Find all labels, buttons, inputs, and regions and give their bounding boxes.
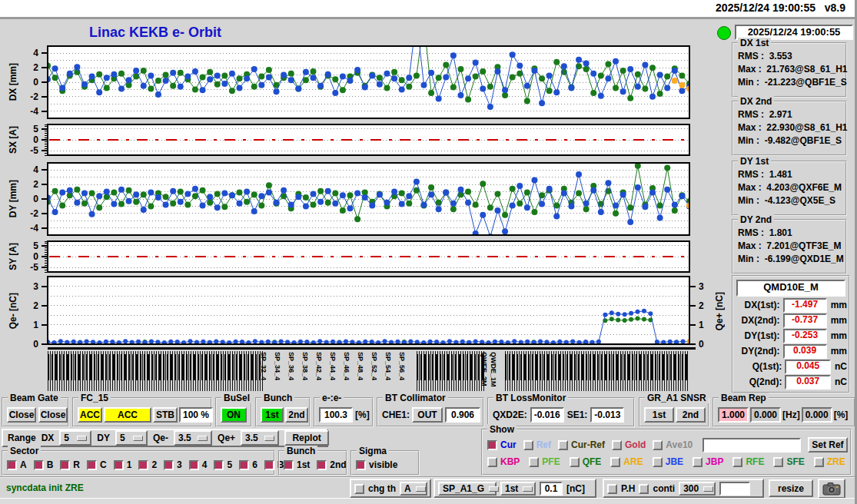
sector-3-checkbox[interactable] bbox=[164, 460, 174, 470]
fc15-acc-button-1[interactable]: ACC bbox=[78, 407, 102, 423]
show-toggle-qfe-checkbox[interactable] bbox=[570, 457, 580, 467]
application-window: 2025/12/24 19:00:55 v8.9 Linac KEKB e- O… bbox=[0, 0, 857, 504]
show-toggle-sfe-checkbox[interactable] bbox=[773, 457, 783, 467]
show-toggle-are-checkbox[interactable] bbox=[610, 457, 620, 467]
count-dropdown[interactable]: 300 bbox=[679, 482, 716, 496]
beam-rep-hz-label: [Hz] bbox=[782, 410, 800, 420]
threshold-field[interactable]: 0.1 bbox=[540, 482, 563, 496]
bunch-2nd-button[interactable]: 2nd bbox=[285, 407, 308, 423]
show-toggle-sfe-label: SFE bbox=[786, 456, 804, 467]
show-toggle-ref-checkbox[interactable] bbox=[523, 440, 533, 450]
sp-bunch-dropdown[interactable]: 1st bbox=[500, 482, 536, 496]
bunch-group: Bunch 1st 2nd bbox=[255, 397, 311, 427]
sector-2-checkbox[interactable] bbox=[138, 460, 148, 470]
beam-gate-close-button-2[interactable]: Close bbox=[38, 407, 68, 423]
monitor-value-field: -1.497 bbox=[783, 298, 827, 313]
conti-checkbox[interactable] bbox=[639, 484, 649, 494]
gr-a1-2nd-button[interactable]: 2nd bbox=[676, 407, 706, 423]
status-indicator bbox=[717, 26, 731, 40]
resize-button[interactable]: resize bbox=[769, 479, 813, 497]
stat-rms: RMS : 1.801 bbox=[738, 227, 845, 238]
sector-r-checkbox[interactable] bbox=[60, 460, 70, 470]
stats-group-dx-2nd: DX 2ndRMS : 2.971Max : 22.930@S8_61_H1Mi… bbox=[732, 101, 847, 156]
gr-a1-1st-button[interactable]: 1st bbox=[644, 407, 674, 423]
busel-on-button[interactable]: ON bbox=[221, 407, 247, 423]
range-dx-dropdown[interactable]: 5 bbox=[59, 430, 91, 446]
bunch-sel-2nd-checkbox[interactable] bbox=[317, 460, 327, 470]
sector-c-checkbox[interactable] bbox=[87, 460, 97, 470]
show-toggle-pfe-checkbox[interactable] bbox=[529, 457, 539, 467]
svg-text:5: 5 bbox=[33, 124, 38, 134]
beam-gate-close-button-1[interactable]: Close bbox=[7, 407, 36, 423]
svg-text:0: 0 bbox=[33, 77, 38, 88]
range-dy-dropdown[interactable]: 5 bbox=[115, 430, 148, 446]
set-ref-button[interactable]: Set Ref bbox=[808, 437, 847, 453]
fc15-percent-field[interactable]: 100 % bbox=[179, 407, 213, 423]
chg-th-dropdown[interactable]: A bbox=[400, 482, 427, 496]
sector-5-label: 5 bbox=[227, 459, 232, 470]
bpm-label: QWFE_2M bbox=[480, 352, 488, 386]
dense-bpm-labels-overlay bbox=[505, 354, 689, 380]
sector-a-checkbox[interactable] bbox=[7, 460, 17, 470]
range-qem-dropdown[interactable]: 3.5 bbox=[174, 430, 212, 446]
bunch-sel-1st-checkbox[interactable] bbox=[284, 460, 294, 470]
sector-b-label: B bbox=[47, 459, 54, 470]
bpm-label: SP_38_4 bbox=[301, 352, 309, 380]
range-panel: Range DX 5 DY 5 Qe- 3.5 Qe+ 3.5 Replot bbox=[2, 429, 328, 447]
bunch-sel-2nd-label: 2nd bbox=[330, 459, 346, 470]
qe-right-axis-label: Qe+ [nC] bbox=[713, 275, 726, 347]
threshold-unit: [nC] bbox=[566, 483, 585, 494]
show-toggle-jbe-checkbox[interactable] bbox=[653, 457, 663, 467]
show-toggle-zre-checkbox[interactable] bbox=[814, 457, 824, 467]
ee-ratio-field[interactable]: 100.3 bbox=[319, 407, 353, 423]
sector-b-checkbox[interactable] bbox=[34, 460, 44, 470]
svg-text:1: 1 bbox=[33, 320, 38, 330]
sp-monitor-dropdown[interactable]: SP_A1_G bbox=[438, 482, 497, 496]
sp-select-panel: SP_A1_G 1st 0.1 [nC] bbox=[433, 479, 596, 498]
dense-bpm-labels-overlay bbox=[48, 354, 263, 380]
show-toggle-jbp-checkbox[interactable] bbox=[693, 457, 703, 467]
bpm-label: SP_34_4 bbox=[274, 352, 281, 380]
extra-field[interactable] bbox=[719, 482, 750, 496]
che1-out-button[interactable]: OUT bbox=[412, 407, 443, 423]
show-toggle-ave10-checkbox[interactable] bbox=[653, 440, 663, 450]
conti-label: conti bbox=[653, 483, 675, 494]
bpm-label: SP_46_4 bbox=[343, 352, 350, 380]
show-toggle-rfe-checkbox[interactable] bbox=[732, 457, 742, 467]
range-qep-dropdown[interactable]: 3.5 bbox=[241, 430, 279, 446]
bunch-1st-button[interactable]: 1st bbox=[261, 407, 284, 423]
sector-5-checkbox[interactable] bbox=[214, 460, 224, 470]
monitor-value-field: 0.037 bbox=[785, 375, 831, 390]
sector-group: Sector ABRC123456BT bbox=[2, 450, 275, 476]
svg-text:2: 2 bbox=[699, 300, 704, 311]
ref-file-input[interactable] bbox=[703, 438, 801, 453]
sector-6-label: 6 bbox=[252, 459, 257, 470]
status-message: syncdata init ZRE bbox=[6, 482, 84, 493]
show-toggle-gold-checkbox[interactable] bbox=[612, 440, 622, 450]
screenshot-button[interactable] bbox=[818, 479, 845, 499]
sector-1-checkbox[interactable] bbox=[114, 460, 124, 470]
busel-group: BuSel ON bbox=[215, 397, 252, 427]
sector-6-checkbox[interactable] bbox=[239, 460, 249, 470]
chg-th-panel: chg th A bbox=[350, 479, 431, 498]
replot-button[interactable]: Replot bbox=[284, 430, 329, 446]
monitor-name-field[interactable]: QMD10E_M bbox=[736, 280, 845, 297]
monitor-value-field: 0.039 bbox=[783, 344, 827, 359]
bpm-x-axis-labels: SP_32_4SP_34_4SP_36_4SP_38_4SP_42_4SP_44… bbox=[48, 347, 696, 394]
show-toggle-cur-checkbox[interactable] bbox=[487, 440, 497, 450]
fc15-stb-button[interactable]: STB bbox=[153, 407, 178, 423]
stat-min: Min : -4.123@QX5E_S bbox=[738, 195, 845, 206]
sector-bt-checkbox[interactable] bbox=[264, 460, 274, 470]
show-toggle-cur-ref-checkbox[interactable] bbox=[558, 440, 568, 450]
show-toggle-kbp-checkbox[interactable] bbox=[487, 457, 497, 467]
status-bar: syncdata init ZRE chg th A SP_A1_G 1st 0… bbox=[0, 476, 857, 499]
bpm-label: SP_32_4 bbox=[260, 352, 267, 380]
sigma-visible-checkbox[interactable] bbox=[356, 460, 366, 470]
fc15-acc-button-2[interactable]: ACC bbox=[104, 407, 151, 423]
stats-group-title: DY 2nd bbox=[738, 214, 774, 225]
stat-max: Max : 7.201@QTF3E_M bbox=[738, 240, 845, 251]
ph-checkbox[interactable] bbox=[607, 484, 617, 494]
chg-th-checkbox[interactable] bbox=[354, 484, 364, 494]
dropdown-handle-icon bbox=[264, 436, 274, 441]
sector-4-checkbox[interactable] bbox=[189, 460, 199, 470]
